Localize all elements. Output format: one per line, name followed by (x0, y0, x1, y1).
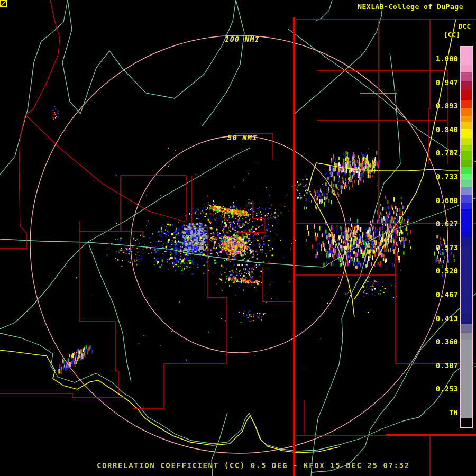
colorbar-segment (461, 333, 472, 340)
range-ring-label-50nmi: 50 NMI (227, 133, 258, 142)
nexlab-logo-icon (0, 0, 7, 7)
colorbar-segment (461, 151, 472, 160)
page-title: NEXLAB-College of DuPage (358, 3, 463, 11)
colorbar-label: 0.787 (421, 149, 458, 157)
colorbar-segment (461, 72, 472, 81)
colorbar-segment (461, 209, 472, 231)
range-ring-label-100nmi: 100 NMI (225, 35, 260, 43)
colorbar-segment (461, 246, 472, 314)
colorbar-threshold-label: TH (421, 408, 458, 417)
colorbar-segment (461, 65, 472, 72)
product-caption: CORRELATION COEFFICIENT (CC) 0.5 DEG - K… (97, 461, 410, 470)
colorbar-label: 0.253 (421, 385, 458, 393)
colorbar-segment (461, 195, 472, 203)
colorbar-label: 1.000 (421, 54, 458, 63)
colorbar (460, 46, 473, 428)
colorbar-title: DCC (459, 22, 471, 30)
colorbar-segment (461, 418, 472, 427)
colorbar-segment (461, 340, 472, 418)
colorbar-segment (461, 138, 472, 145)
colorbar-segment (461, 160, 472, 167)
colorbar-segment (461, 324, 472, 333)
colorbar-segment (461, 129, 472, 138)
basemap-overlay (0, 0, 476, 476)
colorbar-label: 0.947 (421, 78, 458, 87)
colorbar-label: 0.573 (421, 243, 458, 252)
colorbar-segment (461, 108, 472, 116)
colorbar-label: 0.840 (421, 125, 458, 134)
colorbar-segment (461, 122, 472, 129)
colorbar-label: 0.307 (421, 361, 458, 370)
colorbar-segment (461, 47, 472, 65)
colorbar-segment (461, 187, 472, 195)
colorbar-segment (461, 180, 472, 187)
colorbar-segment (461, 145, 472, 151)
colorbar-segment (461, 314, 472, 324)
colorbar-segment (461, 116, 472, 122)
colorbar-segment (461, 81, 472, 90)
colorbar-segment (461, 203, 472, 209)
colorbar-label: 0.413 (421, 314, 458, 323)
colorbar-segment (461, 237, 472, 246)
colorbar-label: 0.627 (421, 219, 458, 228)
colorbar-segment (461, 167, 472, 174)
radar-display: 100 NMI 50 NMI NEXLAB-College of DuPage … (0, 0, 476, 476)
colorbar-label: 0.520 (421, 267, 458, 275)
colorbar-segment (461, 90, 472, 100)
colorbar-segment (461, 174, 472, 180)
colorbar-subtitle: [CC] (444, 31, 460, 39)
colorbar-label: 0.467 (421, 290, 458, 299)
colorbar-label: 0.893 (421, 102, 458, 110)
colorbar-segment (461, 100, 472, 108)
colorbar-label: 0.360 (421, 337, 458, 346)
colorbar-label: 0.680 (421, 196, 458, 205)
colorbar-segment (461, 231, 472, 237)
colorbar-label: 0.733 (421, 172, 458, 181)
